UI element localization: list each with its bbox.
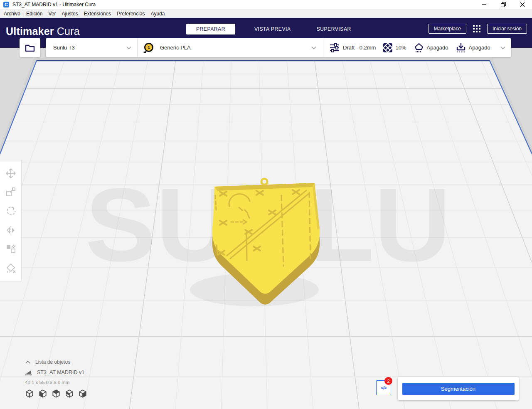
logo-light: Cura: [57, 25, 80, 37]
object-dimensions: 40.1 x 55.0 x 5.0 mm: [25, 380, 87, 385]
menu-archivo[interactable]: Archivo: [1, 10, 23, 17]
view-front-icon[interactable]: [38, 389, 47, 398]
infill-icon: [383, 43, 392, 52]
tab-preparar[interactable]: PREPARAR: [186, 24, 235, 34]
minimize-button[interactable]: [475, 0, 494, 9]
open-file-button[interactable]: [20, 38, 40, 57]
view-right-icon[interactable]: [78, 389, 87, 398]
menu-preferencias[interactable]: Preferencias: [114, 10, 148, 17]
chevron-down-icon: [126, 46, 131, 49]
viewport-3d-scene[interactable]: SUNLU: [0, 0, 532, 409]
menubar: Archivo Edición Ver Ajustes Extensiones …: [0, 9, 532, 18]
view-left-icon[interactable]: [65, 389, 74, 398]
move-tool-icon[interactable]: [5, 168, 16, 179]
sliders-icon: [329, 43, 340, 53]
logo-bold: Ultimaker: [6, 25, 54, 37]
app-logo: UltimakerCura: [6, 25, 80, 37]
window-title: ST3_AT MADRID v1 - Ultimaker Cura: [12, 2, 475, 7]
stage-tabs: PREPARAR VISTA PREVIA SUPERVISAR: [186, 23, 358, 35]
sign-in-button[interactable]: Iniciar sesión: [487, 24, 527, 34]
view-top-icon[interactable]: [52, 389, 61, 398]
configuration-toolbar: Sunlu T3 1 Generic PLA Draft - 0.2mm: [46, 38, 511, 57]
infill-setting: 10%: [383, 43, 406, 52]
restore-icon: [501, 2, 506, 7]
apps-grid-icon[interactable]: [472, 24, 481, 33]
infill-value: 10%: [395, 44, 406, 51]
object-list-item[interactable]: ST3_AT MADRID v1: [25, 369, 87, 376]
support-value: Apagado: [427, 44, 448, 51]
menu-extensiones[interactable]: Extensiones: [81, 10, 114, 17]
cura-app-icon: C: [3, 2, 9, 7]
rotate-tool-icon[interactable]: [5, 206, 16, 217]
chevron-down-icon: [500, 46, 505, 49]
support-blocker-icon[interactable]: [5, 263, 16, 273]
mirror-tool-icon[interactable]: [5, 225, 16, 236]
scale-tool-icon[interactable]: [5, 187, 16, 197]
action-panel: Segmentación: [398, 377, 519, 400]
per-model-settings-icon[interactable]: [5, 244, 16, 254]
object-name: ST3_AT MADRID v1: [37, 370, 84, 375]
material-selector[interactable]: 1 Generic PLA: [137, 38, 323, 57]
printer-selector[interactable]: Sunlu T3: [46, 38, 137, 57]
view-3d-icon[interactable]: [25, 389, 34, 398]
support-setting: Apagado: [414, 43, 448, 53]
printer-name: Sunlu T3: [53, 44, 75, 51]
menu-ajustes[interactable]: Ajustes: [59, 10, 81, 17]
adhesion-setting: Apagado: [456, 43, 490, 53]
code-icon: </>: [381, 385, 387, 390]
tab-vista-previa[interactable]: VISTA PREVIA: [248, 24, 298, 34]
extruder-1-icon: 1: [144, 43, 154, 53]
material-name: Generic PLA: [160, 44, 191, 51]
support-icon: [414, 43, 424, 53]
profile-setting: Draft - 0.2mm: [329, 43, 376, 53]
collapse-chevron-icon: [25, 360, 31, 364]
model-tools-panel: [0, 160, 22, 281]
tab-supervisar[interactable]: SUPERVISAR: [310, 24, 358, 34]
adhesion-icon: [456, 43, 466, 53]
window-titlebar: C ST3_AT MADRID v1 - Ultimaker Cura: [0, 0, 532, 9]
model-item-icon: [25, 369, 32, 376]
print-settings-selector[interactable]: Draft - 0.2mm 10% Apagado: [323, 38, 511, 57]
slice-button[interactable]: Segmentación: [402, 383, 515, 395]
camera-view-buttons: [25, 389, 87, 398]
chevron-down-icon: [311, 46, 316, 49]
close-icon: [520, 2, 525, 7]
menu-ayuda[interactable]: Ayuda: [148, 10, 168, 17]
restore-button[interactable]: [494, 0, 513, 9]
menu-edicion[interactable]: Edición: [23, 10, 45, 17]
folder-icon: [25, 43, 35, 53]
close-button[interactable]: [513, 0, 532, 9]
profile-value: Draft - 0.2mm: [343, 44, 376, 51]
adhesion-value: Apagado: [469, 44, 490, 51]
object-list-header[interactable]: Lista de objetos: [25, 359, 87, 365]
object-list: Lista de objetos ST3_AT MADRID v1 40.1 x…: [25, 359, 87, 398]
menu-ver[interactable]: Ver: [45, 10, 59, 17]
marketplace-button[interactable]: Marketplace: [429, 24, 466, 34]
notification-badge: 2: [384, 377, 392, 385]
